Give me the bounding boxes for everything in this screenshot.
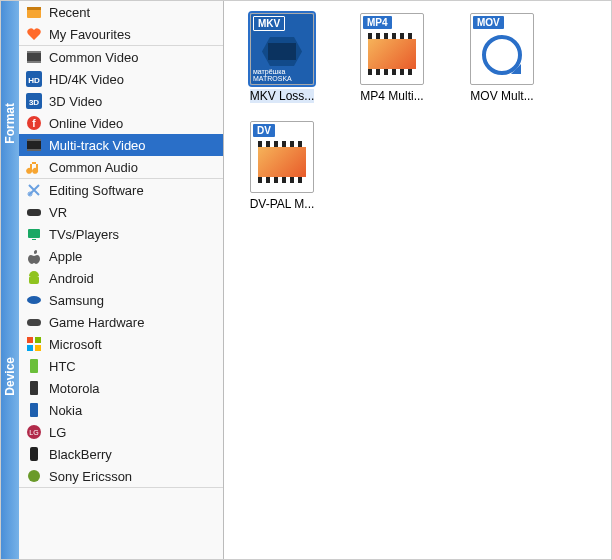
file-item[interactable]: MP4MP4 Multi... — [342, 9, 442, 107]
file-thumbnail: MP4 — [360, 13, 424, 85]
heart-icon — [25, 25, 43, 43]
moto-icon — [25, 379, 43, 397]
rail-device-label: Device — [3, 353, 17, 400]
svg-rect-23 — [27, 319, 41, 326]
sidebar-item-ms[interactable]: Microsoft — [19, 333, 223, 355]
sidebar-item-vr[interactable]: VR — [19, 201, 223, 223]
sidebar-item-3d[interactable]: 3D3D Video — [19, 90, 223, 112]
sidebar-group-pinned: RecentMy Favourites — [19, 1, 223, 46]
svg-rect-12 — [27, 139, 41, 141]
film-icon — [25, 48, 43, 66]
sidebar-item-lg[interactable]: LGLG — [19, 421, 223, 443]
svg-rect-33 — [30, 447, 38, 461]
rail-device[interactable]: Device — [1, 193, 19, 559]
sidebar: RecentMy FavouritesCommon VideoHDHD/4K V… — [19, 1, 224, 559]
sidebar-item-scissors[interactable]: Editing Software — [19, 179, 223, 201]
category-rail: Format Device — [1, 1, 19, 559]
vr-icon — [25, 203, 43, 221]
svg-rect-24 — [27, 337, 33, 343]
bb-icon — [25, 445, 43, 463]
sidebar-item-bb[interactable]: BlackBerry — [19, 443, 223, 465]
svg-text:3D: 3D — [29, 98, 39, 107]
samsung-icon — [25, 291, 43, 309]
file-label: MKV Loss... — [250, 89, 315, 103]
sidebar-item-android[interactable]: Android — [19, 267, 223, 289]
file-item[interactable]: MOVMOV Mult... — [452, 9, 552, 107]
svg-rect-30 — [30, 403, 38, 417]
hd-icon: HD — [25, 70, 43, 88]
sony-icon — [25, 467, 43, 485]
sidebar-item-label: Motorola — [49, 381, 100, 396]
svg-rect-26 — [27, 345, 33, 351]
file-item[interactable]: MKVматрёшка MATROSKAMKV Loss... — [232, 9, 332, 107]
format-badge: DV — [253, 124, 275, 137]
file-thumbnail: MOV — [470, 13, 534, 85]
3d-icon: 3D — [25, 92, 43, 110]
sidebar-item-film[interactable]: Common Video — [19, 46, 223, 68]
sidebar-item-label: Apple — [49, 249, 82, 264]
svg-text:LG: LG — [29, 429, 38, 436]
sidebar-item-label: 3D Video — [49, 94, 102, 109]
sidebar-item-label: Editing Software — [49, 183, 144, 198]
sidebar-item-moto[interactable]: Motorola — [19, 377, 223, 399]
sidebar-item-label: Common Audio — [49, 160, 138, 175]
svg-rect-27 — [35, 345, 41, 351]
svg-rect-28 — [30, 359, 38, 373]
rail-format-label: Format — [3, 99, 17, 148]
svg-rect-16 — [27, 209, 41, 216]
file-grid: MKVматрёшка MATROSKAMKV Loss...MP4MP4 Mu… — [224, 1, 611, 559]
sidebar-item-label: Online Video — [49, 116, 123, 131]
sidebar-item-label: BlackBerry — [49, 447, 112, 462]
sidebar-item-heart[interactable]: My Favourites — [19, 23, 223, 45]
sidebar-item-label: Android — [49, 271, 94, 286]
svg-rect-19 — [29, 276, 39, 284]
sidebar-item-multi[interactable]: Multi-track Video — [19, 134, 223, 156]
sidebar-item-tv[interactable]: TVs/Players — [19, 223, 223, 245]
sidebar-item-samsung[interactable]: Samsung — [19, 289, 223, 311]
svg-rect-13 — [27, 149, 41, 151]
sidebar-item-label: TVs/Players — [49, 227, 119, 242]
svg-rect-25 — [35, 337, 41, 343]
sidebar-item-sony[interactable]: Sony Ericsson — [19, 465, 223, 487]
sidebar-group-device: Editing SoftwareVRTVs/PlayersAppleAndroi… — [19, 179, 223, 488]
apple-icon — [25, 247, 43, 265]
svg-point-34 — [28, 470, 40, 482]
rail-format[interactable]: Format — [1, 53, 19, 193]
online-icon: f — [25, 114, 43, 132]
file-label: DV-PAL M... — [250, 197, 315, 211]
tv-icon — [25, 225, 43, 243]
sidebar-item-htc[interactable]: HTC — [19, 355, 223, 377]
sidebar-item-recent[interactable]: Recent — [19, 1, 223, 23]
svg-point-22 — [27, 296, 41, 304]
svg-rect-17 — [28, 229, 40, 238]
svg-rect-18 — [32, 239, 36, 240]
file-thumbnail: MKVматрёшка MATROSKA — [250, 13, 314, 85]
sidebar-item-label: Sony Ericsson — [49, 469, 132, 484]
sidebar-item-label: Common Video — [49, 50, 138, 65]
lg-icon: LG — [25, 423, 43, 441]
sidebar-item-hd[interactable]: HDHD/4K Video — [19, 68, 223, 90]
scissors-icon — [25, 181, 43, 199]
file-item[interactable]: DVDV-PAL M... — [232, 117, 332, 215]
audio-icon — [25, 158, 43, 176]
svg-rect-3 — [27, 51, 41, 53]
android-icon — [25, 269, 43, 287]
sidebar-item-label: Recent — [49, 5, 90, 20]
sidebar-item-apple[interactable]: Apple — [19, 245, 223, 267]
svg-text:HD: HD — [28, 76, 40, 85]
sidebar-item-label: Nokia — [49, 403, 82, 418]
sidebar-item-label: Microsoft — [49, 337, 102, 352]
recent-icon — [25, 3, 43, 21]
sidebar-item-label: LG — [49, 425, 66, 440]
svg-rect-4 — [27, 61, 41, 63]
sidebar-group-format: Common VideoHDHD/4K Video3D3D VideofOnli… — [19, 46, 223, 179]
sidebar-item-nokia[interactable]: Nokia — [19, 399, 223, 421]
sidebar-item-audio[interactable]: Common Audio — [19, 156, 223, 178]
svg-rect-1 — [27, 7, 41, 10]
sidebar-item-game[interactable]: Game Hardware — [19, 311, 223, 333]
format-badge: MP4 — [363, 16, 392, 29]
multi-icon — [25, 136, 43, 154]
sidebar-item-online[interactable]: fOnline Video — [19, 112, 223, 134]
sidebar-item-label: HTC — [49, 359, 76, 374]
file-thumbnail: DV — [250, 121, 314, 193]
